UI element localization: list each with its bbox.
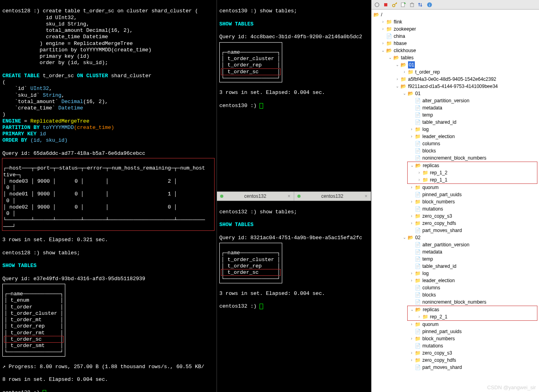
new-node-button[interactable]	[399, 1, 407, 8]
tab-centos132-1[interactable]: centos132 ×	[217, 192, 294, 201]
tree-item[interactable]: 📄blocks	[373, 291, 537, 298]
tree-item[interactable]: ›📁rep_1_1	[409, 176, 537, 183]
chevron-right-icon[interactable]: ›	[416, 313, 422, 320]
chevron-right-icon[interactable]: ›	[394, 76, 400, 83]
chevron-down-icon[interactable]: ⌄	[409, 306, 415, 313]
chevron-right-icon[interactable]: ›	[380, 40, 386, 47]
tree-item[interactable]: ⌄📂01	[373, 90, 537, 97]
tree-item[interactable]: 📄part_moves_shard	[373, 227, 537, 234]
tree-item[interactable]: 📄temp	[373, 111, 537, 119]
tree-item[interactable]: ⌄📂01	[373, 61, 537, 68]
tree-item[interactable]: ⌄📂f9211acd-d1a5-4144-9753-4141009bee34	[373, 83, 537, 90]
chevron-down-icon[interactable]: ⌄	[402, 234, 407, 241]
tree-item[interactable]: 📄mutations	[373, 205, 537, 213]
tree-item[interactable]: 📄columns	[373, 284, 537, 291]
tree-item[interactable]: ›📁rep_2_1	[409, 313, 537, 320]
tree-item[interactable]: ›📁zero_copy_hdfs	[373, 220, 537, 227]
tree-item[interactable]: ⌄📂tables	[373, 54, 537, 61]
tree-item[interactable]: ⌄📂replicas	[409, 306, 537, 313]
tree-item[interactable]: ›📁flink	[373, 18, 537, 25]
tree-item[interactable]: ›📁leader_election	[373, 277, 537, 284]
tree-item[interactable]: 📄temp	[373, 255, 537, 263]
tree-item[interactable]: 📄table_shared_id	[373, 263, 537, 270]
chevron-right-icon[interactable]: ›	[409, 349, 414, 357]
tree-item[interactable]: 📄columns	[373, 140, 537, 147]
tree-item[interactable]: ⌄📂clickhouse	[373, 47, 537, 54]
tree-item[interactable]: ›📁quorum	[373, 184, 537, 191]
chevron-down-icon[interactable]: ⌄	[387, 54, 393, 61]
folder-icon: 📁	[422, 314, 428, 320]
tree-label: temp	[422, 255, 433, 263]
terminal-centos132[interactable]: centos132 :) show tables; SHOW TABLES Qu…	[217, 201, 371, 392]
chevron-down-icon[interactable]: ⌄	[380, 47, 386, 54]
info-button[interactable]: i	[426, 1, 434, 8]
chevron-down-icon[interactable]: ⌄	[402, 90, 407, 97]
tree-item[interactable]: 📄pinned_part_uuids	[373, 328, 537, 335]
chevron-right-icon[interactable]: ›	[409, 126, 414, 133]
tree-item[interactable]: ›📁log	[373, 270, 537, 277]
tree-item[interactable]: ›📁quorum	[373, 321, 537, 328]
chevron-right-icon[interactable]: ›	[409, 184, 414, 191]
tree-item[interactable]: ›📁t_order_rep	[373, 68, 537, 76]
chevron-right-icon[interactable]: ›	[402, 68, 407, 76]
chevron-right-icon[interactable]: ›	[380, 18, 386, 25]
watermark: CSDN @yangwei_sir	[487, 384, 536, 390]
chevron-down-icon[interactable]: ⌄	[409, 162, 415, 169]
tree-item[interactable]: ›📁block_numbers	[373, 198, 537, 205]
chevron-right-icon[interactable]: ›	[409, 277, 414, 284]
chevron-right-icon[interactable]: ›	[409, 213, 414, 220]
tree-item[interactable]: ⌄📂replicas	[409, 162, 537, 169]
sort-button[interactable]	[417, 1, 425, 8]
tree-item[interactable]: 📄china	[373, 33, 537, 40]
chevron-down-icon[interactable]: ⌄	[394, 61, 400, 68]
tree-item[interactable]: ›📁leader_election	[373, 133, 537, 140]
tree-item[interactable]: 📄pinned_part_uuids	[373, 191, 537, 198]
tree-root[interactable]: 📂 /	[373, 11, 537, 18]
tree-item[interactable]: 📄metadata	[373, 248, 537, 255]
terminal-centos128[interactable]: centos128 :) create table t_order_sc on …	[0, 0, 217, 392]
tree-item[interactable]: 📄alter_partition_version	[373, 97, 537, 104]
tree-item[interactable]: ›📁zero_copy_hdfs	[373, 357, 537, 364]
tree-item[interactable]: 📄table_shared_id	[373, 119, 537, 126]
chevron-right-icon[interactable]: ›	[409, 321, 414, 328]
chevron-right-icon[interactable]: ›	[380, 25, 386, 33]
tree-item[interactable]: ⌄📂02	[373, 234, 537, 241]
stop-button[interactable]	[382, 1, 390, 8]
terminal-centos130[interactable]: centos130 :) show tables; SHOW TABLES Qu…	[217, 0, 371, 191]
tree-item[interactable]: 📄part_moves_shard	[373, 364, 537, 371]
tree-view[interactable]: 📂 / ›📁flink›📁zookeeper📄china›📁hbase⌄📂cli…	[371, 10, 539, 392]
tree-item[interactable]: ›📁hbase	[373, 40, 537, 47]
close-icon[interactable]: ×	[287, 193, 290, 199]
tree-item[interactable]: ›📁a5fbf4a3-0e0c-48d5-9405-1542e64c2392	[373, 76, 537, 83]
highlighted-group: ⌄📂replicas›📁rep_2_1	[407, 306, 537, 321]
chevron-right-icon[interactable]: ›	[416, 176, 422, 183]
disconnect-button[interactable]	[373, 1, 381, 8]
chevron-down-icon[interactable]: ⌄	[394, 83, 400, 90]
tree-label: pinned_part_uuids	[422, 328, 462, 335]
tree-item[interactable]: ›📁zero_copy_s3	[373, 349, 537, 357]
tree-item[interactable]: ›📁zero_copy_s3	[373, 213, 537, 220]
chevron-right-icon[interactable]: ›	[409, 357, 414, 364]
tree-item[interactable]: ›📁log	[373, 126, 537, 133]
tree-item[interactable]: ›📁zookeeper	[373, 25, 537, 33]
chevron-right-icon[interactable]: ›	[409, 198, 414, 205]
tab-centos132-2[interactable]: centos132 ×	[294, 192, 371, 201]
tree-item[interactable]: 📄mutations	[373, 342, 537, 349]
tree-item[interactable]: 📄metadata	[373, 104, 537, 111]
folder-open-icon: 📂	[407, 235, 414, 240]
close-icon[interactable]: ×	[365, 193, 367, 199]
key-button[interactable]	[391, 1, 398, 8]
chevron-right-icon[interactable]: ›	[416, 169, 422, 176]
tree-item[interactable]: ›📁block_numbers	[373, 335, 537, 342]
delete-button[interactable]	[408, 1, 416, 8]
tree-item[interactable]: 📄alter_partition_version	[373, 241, 537, 248]
tree-item[interactable]: 📄nonincrement_block_numbers	[373, 298, 537, 306]
chevron-right-icon[interactable]: ›	[409, 335, 414, 342]
chevron-right-icon[interactable]: ›	[409, 270, 414, 277]
tree-label: pinned_part_uuids	[422, 191, 462, 198]
tree-item[interactable]: 📄nonincrement_block_numbers	[373, 154, 537, 162]
chevron-right-icon[interactable]: ›	[409, 133, 414, 140]
tree-item[interactable]: 📄blocks	[373, 147, 537, 154]
tree-item[interactable]: ›📁rep_1_2	[409, 169, 537, 176]
chevron-right-icon[interactable]: ›	[409, 220, 414, 227]
